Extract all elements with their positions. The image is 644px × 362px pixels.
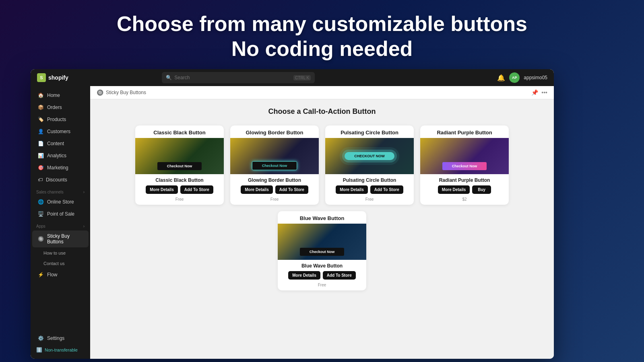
card-radiant-price: $2 xyxy=(420,197,509,205)
card-bluewave-title: Blue Wave Button xyxy=(278,211,366,224)
pin-icon[interactable]: 📌 xyxy=(531,89,538,96)
sidebar-item-flow[interactable]: ⚡ Flow xyxy=(32,269,89,280)
flow-icon: ⚡ xyxy=(38,272,44,278)
apps-section: Apps › xyxy=(31,220,90,230)
radiant-buy-button[interactable]: Buy xyxy=(472,185,491,194)
marketing-icon: 🎯 xyxy=(38,165,44,171)
sidebar-item-analytics[interactable]: 📊 Analytics xyxy=(32,150,89,161)
bell-icon[interactable]: 🔔 xyxy=(497,74,505,82)
main-layout: 🏠 Home 📦 Orders 🏷️ Products 👤 Customers … xyxy=(31,86,554,359)
card-glowing-preview: Checkout Now xyxy=(230,138,319,174)
pos-icon: 🖥️ xyxy=(38,211,44,217)
bluewave-preview-btn: Checkout Now xyxy=(300,248,345,256)
topbar-right: 🔔 AP appsimo05 xyxy=(497,72,547,83)
card-radiant-preview: Checkout Now xyxy=(420,138,509,174)
radiant-more-details-button[interactable]: More Details xyxy=(438,185,470,194)
classic-add-to-store-button[interactable]: Add To Store xyxy=(180,185,213,194)
sales-channels-section: Sales channels › xyxy=(31,186,90,196)
shopify-logo: S shopify xyxy=(37,73,68,82)
card-bluewave-preview: Checkout Now xyxy=(278,224,366,260)
bluewave-add-to-store-button[interactable]: Add To Store xyxy=(323,271,356,280)
sidebar-item-orders[interactable]: 📦 Orders xyxy=(32,102,89,113)
card-bluewave-price: Free xyxy=(278,283,366,290)
card-radiant-title: Radiant Purple Button xyxy=(420,125,509,138)
classic-more-details-button[interactable]: More Details xyxy=(146,185,178,194)
card-glowing-title: Glowing Border Button xyxy=(230,125,319,138)
card-classic-name: Classic Black Button xyxy=(135,174,224,185)
bluewave-more-details-button[interactable]: More Details xyxy=(288,271,320,280)
card-radiant-actions: More Details Buy xyxy=(420,185,509,197)
breadcrumb: 🔘 Sticky Buy Buttons xyxy=(97,89,146,96)
sidebar-item-customers[interactable]: 👤 Customers xyxy=(32,126,89,137)
breadcrumb-bar: 🔘 Sticky Buy Buttons 📌 ••• xyxy=(90,86,554,99)
search-input[interactable] xyxy=(174,75,291,80)
page-content: Choose a Call-to-Action Button Classic B… xyxy=(90,99,554,298)
card-classic-actions: More Details Add To Store xyxy=(135,185,224,197)
sidebar: 🏠 Home 📦 Orders 🏷️ Products 👤 Customers … xyxy=(31,86,90,359)
search-shortcut: CTRL K xyxy=(293,75,311,80)
cards-row-2: Blue Wave Button Checkout Now Blue Wave … xyxy=(98,211,546,290)
card-bluewave-actions: More Details Add To Store xyxy=(278,271,366,283)
sidebar-item-pos[interactable]: 🖥️ Point of Sale xyxy=(32,208,89,220)
breadcrumb-icon: 🔘 xyxy=(97,89,103,96)
glowing-add-to-store-button[interactable]: Add To Store xyxy=(275,185,308,194)
page-title: Choose a Call-to-Action Button xyxy=(98,107,546,116)
sidebar-item-products[interactable]: 🏷️ Products xyxy=(32,114,89,125)
card-radiant-name: Radiant Purple Button xyxy=(420,174,509,185)
topbar: S shopify 🔍 CTRL K 🔔 AP appsimo05 xyxy=(31,69,554,86)
card-bluewave-name: Blue Wave Button xyxy=(278,260,366,271)
card-pulsating: Pulsating Circle Button CHECKOUT NOW Pul… xyxy=(325,125,414,205)
card-pulsating-price: Free xyxy=(325,197,414,205)
sidebar-item-settings[interactable]: ⚙️ Settings xyxy=(32,333,89,344)
card-bluewave: Blue Wave Button Checkout Now Blue Wave … xyxy=(278,211,366,290)
pulsating-preview-btn: CHECKOUT NOW xyxy=(345,152,394,160)
avatar: AP xyxy=(509,72,520,83)
card-glowing: Glowing Border Button Checkout Now Glowi… xyxy=(230,125,319,205)
card-glowing-name: Glowing Border Button xyxy=(230,174,319,185)
settings-icon: ⚙️ xyxy=(38,335,44,341)
username: appsimo05 xyxy=(524,75,547,80)
card-glowing-price: Free xyxy=(230,197,319,205)
shopify-logo-icon: S xyxy=(37,73,46,82)
orders-icon: 📦 xyxy=(38,105,44,110)
sidebar-item-how-to-use[interactable]: How to use xyxy=(32,248,89,258)
sidebar-item-discounts[interactable]: 🏷 Discounts xyxy=(32,174,89,185)
glowing-preview-btn: Checkout Now xyxy=(252,161,297,170)
card-glowing-actions: More Details Add To Store xyxy=(230,185,319,197)
sidebar-item-home[interactable]: 🏠 Home xyxy=(32,90,89,101)
sidebar-item-contact-us[interactable]: Contact us xyxy=(32,259,89,268)
customers-icon: 👤 xyxy=(38,129,44,134)
search-icon: 🔍 xyxy=(166,75,172,80)
pulsating-add-to-store-button[interactable]: Add To Store xyxy=(370,185,403,194)
sidebar-item-marketing[interactable]: 🎯 Marketing xyxy=(32,162,89,173)
non-transferable-icon: ℹ️ xyxy=(36,347,42,353)
card-pulsating-preview: CHECKOUT NOW xyxy=(325,138,414,174)
glowing-more-details-button[interactable]: More Details xyxy=(241,185,272,194)
shopify-window: S shopify 🔍 CTRL K 🔔 AP appsimo05 🏠 Home… xyxy=(31,69,554,359)
sidebar-item-online-store[interactable]: 🌐 Online Store xyxy=(32,196,89,208)
card-classic-title: Classic Black Button xyxy=(135,125,224,138)
content-area: 🔘 Sticky Buy Buttons 📌 ••• Choose a Call… xyxy=(90,86,554,359)
apps-chevron-icon: › xyxy=(83,224,85,228)
card-pulsating-name: Pulsating Circle Button xyxy=(325,174,414,185)
card-classic-price: Free xyxy=(135,197,224,205)
hero-section: Choose from many customizable buttons No… xyxy=(0,0,644,69)
card-classic: Classic Black Button Checkout Now Classi… xyxy=(135,125,224,205)
online-store-icon: 🌐 xyxy=(38,199,44,205)
sidebar-item-sticky-buy[interactable]: 🔘 Sticky Buy Buttons xyxy=(32,230,89,247)
card-radiant: Radiant Purple Button Checkout Now Radia… xyxy=(420,125,509,205)
sidebar-item-content[interactable]: 📄 Content xyxy=(32,138,89,149)
pulsating-more-details-button[interactable]: More Details xyxy=(336,185,367,194)
non-transferable-badge: ℹ️ Non-transferable xyxy=(31,344,90,356)
more-icon[interactable]: ••• xyxy=(541,89,547,96)
card-classic-preview: Checkout Now xyxy=(135,138,224,174)
classic-preview-btn: Checkout Now xyxy=(157,162,202,170)
radiant-preview-btn: Checkout Now xyxy=(442,162,487,170)
discounts-icon: 🏷 xyxy=(38,177,43,183)
sticky-buy-icon: 🔘 xyxy=(38,236,44,242)
analytics-icon: 📊 xyxy=(38,153,44,158)
search-bar[interactable]: 🔍 CTRL K xyxy=(162,72,315,83)
cards-row-1: Classic Black Button Checkout Now Classi… xyxy=(98,125,546,205)
content-icon: 📄 xyxy=(38,141,44,146)
card-pulsating-title: Pulsating Circle Button xyxy=(325,125,414,138)
